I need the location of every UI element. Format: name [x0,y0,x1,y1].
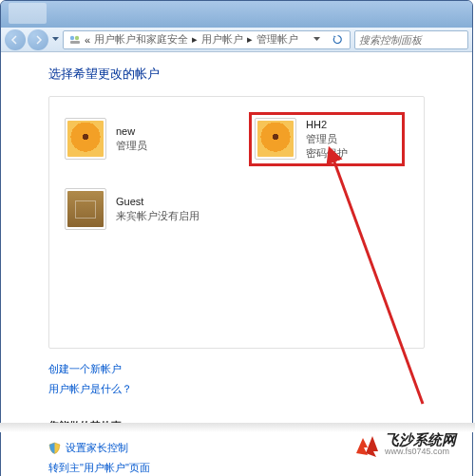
refresh-button[interactable] [327,34,348,45]
search-input[interactable] [359,34,473,46]
svg-rect-2 [70,41,80,44]
breadcrumb-part-1[interactable]: 用户帐户和家庭安全 [90,32,192,47]
nav-history-dropdown[interactable] [50,29,60,50]
breadcrumb-part-2[interactable]: 用户帐户 [198,32,247,47]
address-bar[interactable]: « 用户帐户和家庭安全 ▸ 用户帐户 ▸ 管理帐户 [63,30,351,49]
account-card-guest[interactable]: Guest 来宾帐户没有启用 [61,184,213,234]
arrow-right-icon [33,35,43,45]
watermark-title: 飞沙系统网 [385,432,456,448]
forward-button[interactable] [28,29,48,50]
link-label: 设置家长控制 [66,441,128,455]
panel-links: 创建一个新帐户 用户帐户是什么？ [48,362,425,396]
address-dropdown[interactable] [306,37,327,42]
page-heading: 选择希望更改的帐户 [48,66,425,83]
content-area: 选择希望更改的帐户 new 管理员 Guest 来宾帐户没有启用 [1,52,472,476]
account-card-new[interactable]: new 管理员 [61,114,213,163]
watermark: 飞沙系统网 www.fs0745.com [354,432,456,457]
account-password-status: 密码保护 [306,146,348,161]
arrow-left-icon [10,35,20,45]
account-name: new [116,124,147,139]
account-role: 管理员 [306,132,348,146]
shield-icon [48,442,61,454]
breadcrumb-part-3[interactable]: 管理帐户 [253,32,302,47]
svg-point-0 [70,35,74,39]
accounts-panel: new 管理员 Guest 来宾帐户没有启用 HH2 [48,96,425,349]
search-box[interactable] [354,30,468,49]
account-name: Guest [116,195,200,209]
avatar [65,188,106,230]
watermark-logo-icon [354,432,379,457]
link-what-is-account[interactable]: 用户帐户是什么？ [48,382,425,396]
control-panel-icon [68,33,82,47]
chevron-down-icon [52,37,59,42]
window-title-bar [1,1,472,28]
account-name: HH2 [306,118,348,132]
account-card-hh2[interactable]: HH2 管理员 密码保护 [251,114,403,164]
link-goto-main-accounts[interactable]: 转到主"用户帐户"页面 [48,461,425,475]
title-placeholder [9,3,47,24]
back-button[interactable] [5,29,26,50]
svg-point-1 [75,35,79,39]
account-role: 管理员 [116,139,147,153]
refresh-icon [332,34,343,45]
watermark-url: www.fs0745.com [385,447,456,457]
account-status: 来宾帐户没有启用 [116,209,200,223]
chevron-down-icon [314,37,320,42]
link-label: 转到主"用户帐户"页面 [48,461,150,475]
avatar [65,118,106,160]
navigation-toolbar: « 用户帐户和家庭安全 ▸ 用户帐户 ▸ 管理帐户 [1,28,472,52]
link-create-account[interactable]: 创建一个新帐户 [48,362,425,376]
avatar [255,118,296,160]
